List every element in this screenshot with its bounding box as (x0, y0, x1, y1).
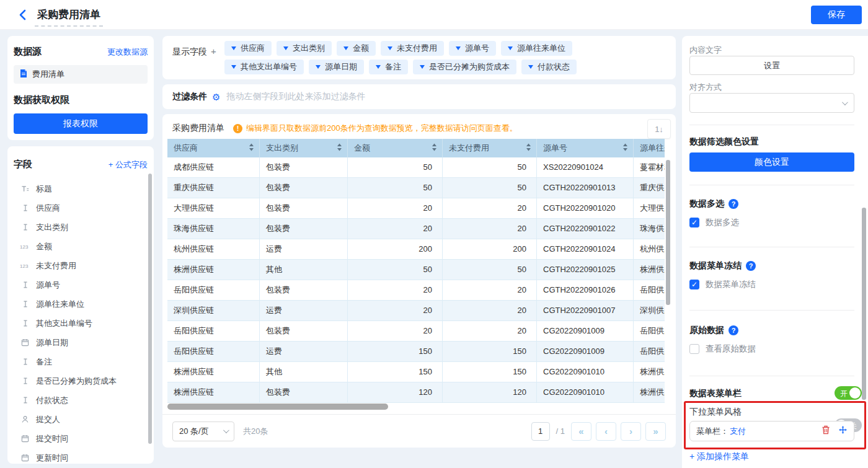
color-settings-button[interactable]: 颜色设置 (689, 152, 854, 172)
table-row[interactable]: 深圳供应链运费2020CGTH20220901007深圳供应链 (167, 301, 665, 321)
formula-field-link[interactable]: + 公式字段 (108, 159, 148, 170)
field-item[interactable]: 备注 (14, 352, 148, 371)
column-header[interactable]: 供应商 (167, 139, 259, 157)
table-cell: 岳阳供应链 (633, 342, 665, 361)
field-item[interactable]: 支出类别 (14, 218, 148, 237)
field-item[interactable]: 供应商 (14, 198, 148, 218)
field-chip[interactable]: 支出类别 (277, 41, 332, 56)
first-page-icon[interactable]: « (571, 422, 591, 441)
field-item[interactable]: 其他支出单编号 (14, 314, 148, 333)
trash-icon[interactable] (822, 425, 830, 437)
sort-arrows-icon[interactable] (526, 143, 531, 153)
add-action-menu-link[interactable]: + 添加操作菜单 (689, 451, 749, 462)
field-chip[interactable]: 源单往来单位 (501, 41, 572, 56)
back-icon[interactable] (16, 8, 30, 22)
field-chip[interactable]: 金额 (337, 41, 376, 56)
table-row[interactable]: 成都供应链包装费5050XS20220901024蔓霍材料 (167, 157, 665, 178)
move-icon[interactable] (838, 425, 848, 437)
field-item[interactable]: 提交人 (14, 410, 148, 429)
column-header[interactable]: 支出类别 (259, 139, 347, 157)
datasource-card: 数据源 更改数据源 费用清单 数据获取权限 报表权限 (7, 36, 154, 140)
field-chip[interactable]: 源单日期 (309, 60, 364, 74)
field-item[interactable]: 是否已分摊为购货成本 (14, 371, 148, 391)
field-item[interactable]: 源单日期 (14, 333, 148, 352)
table-row[interactable]: 株洲供应链包装费120120CG20220901010株洲供应链 (167, 382, 665, 403)
align-select[interactable] (689, 93, 854, 113)
field-item[interactable]: 源单号 (14, 275, 148, 294)
save-button[interactable]: 保存 (811, 6, 862, 24)
field-chip[interactable]: 付款状态 (521, 60, 577, 74)
current-page-box[interactable]: 1 (531, 422, 550, 441)
gear-icon[interactable]: ⚙ (212, 92, 220, 102)
table-row[interactable]: 珠海供应链包装费2020CGTH20220901022珠海供应链 (167, 219, 665, 239)
field-item[interactable]: 更新时间 (14, 448, 148, 464)
field-item-label: 供应商 (36, 203, 60, 214)
menu-freeze-checkbox-row[interactable]: ✓ 数据菜单冻结 (689, 279, 756, 290)
help-icon[interactable]: ? (728, 199, 738, 209)
field-item[interactable]: 提交时间 (14, 429, 148, 448)
table-cell: 200 (442, 239, 536, 259)
table-row[interactable]: 大理供应链包装费2020CGTH20220901020大理供应链 (167, 198, 665, 219)
field-chip[interactable]: 是否已分摊为购货成本 (413, 60, 516, 74)
table-row[interactable]: 岳阳供应链运费150150CG20220901009岳阳供应链 (167, 342, 665, 362)
chips-rows: 供应商支出类别金额未支付费用源单号源单往来单位 其他支出单编号源单日期备注是否已… (224, 41, 667, 74)
column-header-label: 支出类别 (266, 143, 298, 154)
column-header[interactable]: 未支付费用 (442, 139, 536, 157)
sort-arrows-icon[interactable] (249, 143, 254, 153)
field-chip[interactable]: 未支付费用 (381, 41, 444, 56)
table-menu-bar-toggle-on[interactable]: 开 (835, 386, 862, 400)
field-item[interactable]: 源单往来单位 (14, 294, 148, 314)
add-field-icon[interactable]: + (211, 46, 216, 56)
table-cell: 岳阳供应链 (167, 280, 259, 300)
sort-arrows-icon[interactable] (622, 143, 628, 153)
sort-order-button[interactable]: 1↓ (647, 119, 671, 139)
table-horizontal-scrollbar[interactable] (167, 404, 388, 410)
menu-bar-item-value[interactable]: 支付 (730, 426, 746, 437)
divider (689, 125, 854, 125)
table-row[interactable]: 杭州供应链运费200200CGTH20220901024杭州供应链 (167, 239, 665, 260)
field-item[interactable]: 123未支付费用 (14, 256, 148, 275)
raw-data-checkbox-row[interactable]: 查看原始数据 (689, 343, 756, 355)
toggle-knob (849, 387, 861, 399)
content-text-settings-button[interactable]: 设置 (689, 56, 854, 75)
checkbox-checked[interactable]: ✓ (689, 280, 699, 289)
table-row[interactable]: 岳阳供应链包装费2020CGTH20220901026岳阳供应链 (167, 280, 665, 301)
field-chip[interactable]: 供应商 (224, 41, 272, 56)
checkbox-checked[interactable]: ✓ (689, 218, 699, 227)
fields-scrollbar[interactable] (148, 174, 152, 444)
column-header[interactable]: 金额 (347, 139, 442, 157)
field-item[interactable]: 标题 (14, 179, 148, 198)
sort-arrows-icon[interactable] (337, 143, 342, 153)
sort-arrows-icon[interactable] (432, 143, 437, 153)
field-chip[interactable]: 其他支出单编号 (224, 60, 304, 74)
field-item[interactable]: 付款状态 (14, 391, 148, 410)
table-card: 采购费用清单 ! 编辑界面只取数据源前200条作为查询数据预览，完整数据请访问页… (162, 114, 676, 448)
page-size-select[interactable]: 20 条/页 (172, 422, 234, 441)
datasource-item[interactable]: 费用清单 (14, 65, 148, 84)
change-datasource-link[interactable]: 更改数据源 (107, 46, 148, 58)
field-item[interactable]: 123金额 (14, 237, 148, 256)
color-filter-title: 数据筛选颜色设置 (689, 136, 759, 148)
field-chip[interactable]: 备注 (369, 60, 408, 74)
column-header[interactable]: 源单往来单位 (633, 139, 665, 157)
checkbox-unchecked[interactable] (689, 344, 699, 354)
menu-bar-item[interactable]: 菜单栏： 支付 (689, 421, 854, 441)
multi-select-checkbox-row[interactable]: ✓ 数据多选 (689, 217, 739, 228)
column-header[interactable]: 源单号 (536, 139, 633, 157)
help-icon[interactable]: ? (728, 325, 738, 335)
chips-row: 供应商支出类别金额未支付费用源单号源单往来单位 (224, 41, 667, 56)
next-page-icon[interactable]: › (621, 422, 641, 441)
table-vertical-scrollbar[interactable] (666, 160, 670, 305)
help-icon[interactable]: ? (746, 261, 756, 271)
table-row[interactable]: 株洲供应链其他150150CG20220901010株洲供应链 (167, 362, 665, 382)
last-page-icon[interactable]: » (645, 422, 666, 441)
panel-scrollbar[interactable] (862, 208, 866, 400)
report-permission-button[interactable]: 报表权限 (14, 113, 148, 134)
field-chip-label: 供应商 (241, 43, 265, 54)
table-row[interactable]: 岳阳供应链包装费2020CG20220901009岳阳供应链 (167, 321, 665, 342)
dropdown-style-label: 下拉菜单风格 (689, 407, 742, 418)
prev-page-icon[interactable]: ‹ (596, 422, 616, 441)
field-chip[interactable]: 源单号 (449, 41, 496, 56)
table-row[interactable]: 株洲供应链其他5050CGTH20220901025株洲供应链 (167, 260, 665, 280)
table-row[interactable]: 重庆供应链包装费5050CGTH20220901013重庆供应链 (167, 178, 665, 198)
